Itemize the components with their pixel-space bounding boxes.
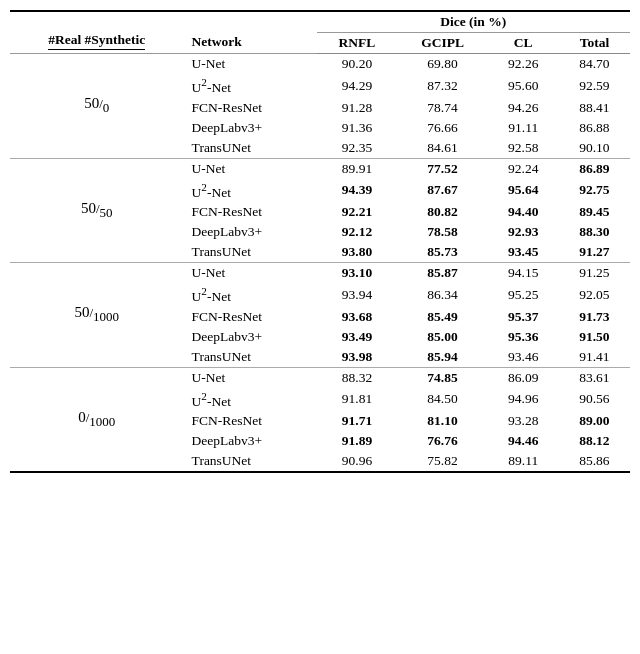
network-name: U-Net [184,367,317,388]
header-rnfl: RNFL [317,33,398,54]
cell-rnfl: 89.91 [317,158,398,179]
cell-gcipl: 78.58 [397,222,487,242]
cell-rnfl: 93.10 [317,263,398,284]
cell-gcipl: 84.50 [397,388,487,412]
cell-rnfl: 88.32 [317,367,398,388]
cell-gcipl: 74.85 [397,367,487,388]
cell-rnfl: 90.20 [317,54,398,75]
cell-cl: 92.24 [488,158,559,179]
cell-total: 91.50 [559,327,630,347]
cell-gcipl: 75.82 [397,451,487,472]
network-name: TransUNet [184,138,317,159]
cell-total: 88.41 [559,98,630,118]
network-name: FCN-ResNet [184,411,317,431]
cell-cl: 89.11 [488,451,559,472]
network-name: FCN-ResNet [184,307,317,327]
network-name: TransUNet [184,242,317,263]
cell-total: 91.27 [559,242,630,263]
cell-total: 92.05 [559,283,630,307]
cell-total: 86.88 [559,118,630,138]
network-name: U-Net [184,158,317,179]
header-total: Total [559,33,630,54]
network-name: U-Net [184,263,317,284]
network-name: FCN-ResNet [184,98,317,118]
header-network: Network [184,11,317,54]
cell-rnfl: 93.98 [317,347,398,368]
header-dice-group: Dice (in %) [317,11,631,33]
cell-rnfl: 91.89 [317,431,398,451]
network-name: U2-Net [184,388,317,412]
cell-rnfl: 94.39 [317,179,398,203]
cell-gcipl: 81.10 [397,411,487,431]
cell-total: 92.75 [559,179,630,203]
cell-cl: 93.28 [488,411,559,431]
cell-cl: 92.26 [488,54,559,75]
cell-rnfl: 91.28 [317,98,398,118]
cell-cl: 92.93 [488,222,559,242]
cell-rnfl: 93.80 [317,242,398,263]
cell-total: 84.70 [559,54,630,75]
cell-rnfl: 93.49 [317,327,398,347]
cell-cl: 94.15 [488,263,559,284]
cell-gcipl: 76.66 [397,118,487,138]
table-row: 50/50U-Net89.9177.5292.2486.89 [10,158,630,179]
cell-cl: 91.11 [488,118,559,138]
results-table: #Real #Synthetic Network Dice (in %) RNF… [10,10,630,473]
cell-rnfl: 93.68 [317,307,398,327]
cell-cl: 95.64 [488,179,559,203]
cell-cl: 95.37 [488,307,559,327]
group-label: 50/1000 [10,263,184,368]
network-name: DeepLabv3+ [184,222,317,242]
cell-total: 91.73 [559,307,630,327]
network-name: DeepLabv3+ [184,431,317,451]
cell-rnfl: 92.12 [317,222,398,242]
cell-cl: 86.09 [488,367,559,388]
cell-total: 88.12 [559,431,630,451]
cell-rnfl: 92.35 [317,138,398,159]
cell-gcipl: 85.94 [397,347,487,368]
network-name: U2-Net [184,74,317,98]
network-name: DeepLabv3+ [184,118,317,138]
cell-total: 91.25 [559,263,630,284]
cell-gcipl: 85.49 [397,307,487,327]
cell-gcipl: 69.80 [397,54,487,75]
cell-gcipl: 85.00 [397,327,487,347]
cell-gcipl: 86.34 [397,283,487,307]
cell-rnfl: 91.71 [317,411,398,431]
cell-gcipl: 78.74 [397,98,487,118]
network-name: U2-Net [184,283,317,307]
group-label: 50/50 [10,158,184,263]
cell-total: 85.86 [559,451,630,472]
network-name: TransUNet [184,347,317,368]
group-label: 50/0 [10,54,184,159]
cell-total: 89.00 [559,411,630,431]
cell-total: 88.30 [559,222,630,242]
cell-gcipl: 87.67 [397,179,487,203]
cell-cl: 95.36 [488,327,559,347]
header-real-synthetic: #Real #Synthetic [10,11,184,54]
cell-gcipl: 80.82 [397,202,487,222]
network-name: U-Net [184,54,317,75]
cell-total: 90.10 [559,138,630,159]
cell-total: 90.56 [559,388,630,412]
network-name: U2-Net [184,179,317,203]
cell-total: 86.89 [559,158,630,179]
header-gcipl: GCIPL [397,33,487,54]
cell-rnfl: 90.96 [317,451,398,472]
cell-rnfl: 91.81 [317,388,398,412]
cell-total: 89.45 [559,202,630,222]
cell-total: 91.41 [559,347,630,368]
network-name: FCN-ResNet [184,202,317,222]
cell-cl: 93.46 [488,347,559,368]
cell-gcipl: 85.87 [397,263,487,284]
cell-cl: 92.58 [488,138,559,159]
cell-cl: 94.40 [488,202,559,222]
cell-rnfl: 92.21 [317,202,398,222]
cell-cl: 95.25 [488,283,559,307]
cell-gcipl: 85.73 [397,242,487,263]
network-name: TransUNet [184,451,317,472]
table-row: 50/0U-Net90.2069.8092.2684.70 [10,54,630,75]
cell-cl: 93.45 [488,242,559,263]
cell-cl: 95.60 [488,74,559,98]
cell-cl: 94.26 [488,98,559,118]
